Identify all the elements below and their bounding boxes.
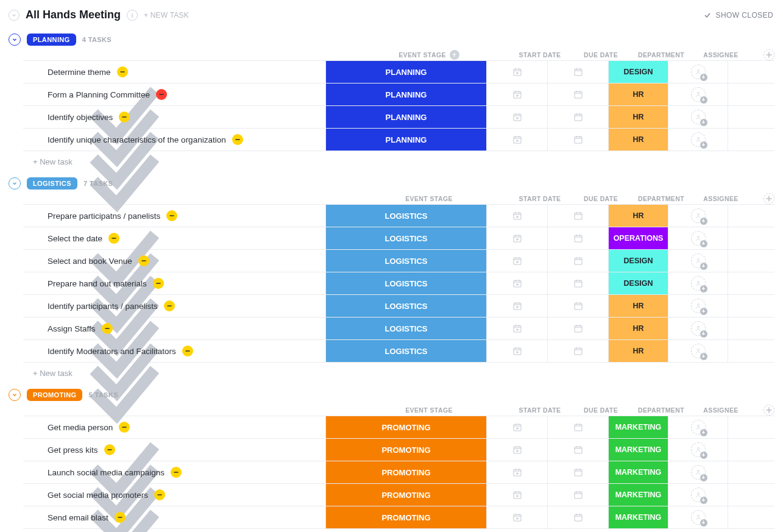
task-row[interactable]: Select and book Venue LOGISTICS DESIGN + bbox=[23, 250, 774, 272]
complete-check-icon[interactable] bbox=[33, 135, 41, 144]
complete-check-icon[interactable] bbox=[33, 347, 41, 355]
task-name-cell[interactable]: Determine theme bbox=[23, 61, 325, 83]
event-stage-cell[interactable]: PLANNING bbox=[325, 106, 486, 128]
due-date-cell[interactable] bbox=[547, 416, 608, 438]
start-date-cell[interactable] bbox=[486, 484, 547, 506]
task-name-cell[interactable]: Prepare participatns / panelists bbox=[23, 205, 325, 227]
assignee-cell[interactable]: + bbox=[668, 227, 728, 249]
group-status-pill[interactable]: PROMOTING bbox=[27, 389, 82, 401]
due-date-cell[interactable] bbox=[547, 272, 608, 294]
task-name-cell[interactable]: Get media person bbox=[23, 416, 325, 438]
new-task-button-top[interactable]: + NEW TASK bbox=[144, 11, 189, 20]
col-head-start[interactable]: START DATE bbox=[509, 406, 570, 414]
due-date-cell[interactable] bbox=[547, 250, 608, 272]
assignee-placeholder-icon[interactable]: + bbox=[691, 65, 706, 79]
task-name-cell[interactable]: Form a Planning Committee bbox=[23, 83, 325, 105]
assignee-placeholder-icon[interactable]: + bbox=[691, 110, 706, 124]
event-stage-cell[interactable]: LOGISTICS bbox=[325, 205, 486, 227]
col-head-dept[interactable]: DEPARTMENT bbox=[631, 406, 691, 414]
priority-badge-yellow[interactable] bbox=[104, 444, 115, 455]
assignee-cell[interactable]: + bbox=[668, 340, 728, 362]
assignee-placeholder-icon[interactable]: + bbox=[691, 510, 706, 525]
department-cell[interactable]: MARKETING bbox=[608, 506, 668, 528]
col-head-due[interactable]: DUE DATE bbox=[570, 195, 631, 202]
complete-check-icon[interactable] bbox=[33, 423, 41, 431]
due-date-cell[interactable] bbox=[547, 129, 608, 151]
due-date-cell[interactable] bbox=[547, 61, 608, 83]
due-date-cell[interactable] bbox=[547, 484, 608, 506]
complete-check-icon[interactable] bbox=[33, 445, 41, 454]
start-date-cell[interactable] bbox=[486, 461, 547, 483]
assignee-placeholder-icon[interactable]: + bbox=[691, 465, 706, 480]
complete-check-icon[interactable] bbox=[33, 113, 41, 121]
task-row[interactable]: Form a Planning Committee PLANNING HR + bbox=[23, 83, 774, 106]
assignee-cell[interactable]: + bbox=[668, 506, 728, 528]
col-head-stage[interactable]: EVENT STAGE bbox=[349, 406, 509, 414]
event-stage-cell[interactable]: LOGISTICS bbox=[325, 272, 486, 294]
start-date-cell[interactable] bbox=[486, 506, 547, 528]
col-head-start[interactable]: START DATE bbox=[509, 195, 570, 202]
due-date-cell[interactable] bbox=[547, 506, 608, 528]
assignee-cell[interactable]: + bbox=[668, 129, 728, 151]
start-date-cell[interactable] bbox=[486, 106, 547, 128]
add-column[interactable] bbox=[751, 405, 783, 416]
assignee-placeholder-icon[interactable]: + bbox=[691, 442, 706, 457]
assignee-placeholder-icon[interactable]: + bbox=[691, 208, 706, 223]
priority-badge-yellow[interactable] bbox=[117, 66, 128, 77]
priority-badge-red[interactable] bbox=[156, 89, 167, 100]
start-date-cell[interactable] bbox=[486, 295, 547, 317]
priority-badge-yellow[interactable] bbox=[102, 323, 113, 334]
task-row[interactable]: Launch social media campaigns PROMOTING … bbox=[23, 461, 774, 484]
col-head-start[interactable]: START DATE bbox=[509, 51, 570, 59]
priority-badge-yellow[interactable] bbox=[232, 134, 243, 145]
event-stage-cell[interactable]: PROMOTING bbox=[325, 506, 486, 528]
start-date-cell[interactable] bbox=[486, 83, 547, 105]
due-date-cell[interactable] bbox=[547, 317, 608, 339]
due-date-cell[interactable] bbox=[547, 205, 608, 227]
group-collapse-toggle[interactable] bbox=[9, 389, 21, 401]
assignee-placeholder-icon[interactable]: + bbox=[691, 488, 706, 502]
col-head-stage[interactable]: EVENT STAGE bbox=[349, 50, 509, 60]
task-name-cell[interactable]: Get social media promoters bbox=[23, 484, 325, 506]
complete-check-icon[interactable] bbox=[33, 279, 41, 288]
event-stage-cell[interactable]: PLANNING bbox=[325, 61, 486, 83]
task-row[interactable]: Prepare hand out materials LOGISTICS DES… bbox=[23, 272, 774, 295]
assignee-placeholder-icon[interactable]: + bbox=[691, 87, 706, 102]
start-date-cell[interactable] bbox=[486, 61, 547, 83]
assignee-placeholder-icon[interactable]: + bbox=[691, 231, 706, 246]
department-cell[interactable]: DESIGN bbox=[608, 272, 668, 294]
event-stage-cell[interactable]: LOGISTICS bbox=[325, 250, 486, 272]
event-stage-cell[interactable]: PROMOTING bbox=[325, 461, 486, 483]
assignee-cell[interactable]: + bbox=[668, 205, 728, 227]
event-stage-cell[interactable]: LOGISTICS bbox=[325, 317, 486, 339]
department-cell[interactable]: HR bbox=[608, 317, 668, 339]
due-date-cell[interactable] bbox=[547, 340, 608, 362]
task-row[interactable]: Select the date LOGISTICS OPERATIONS + bbox=[23, 227, 774, 250]
assignee-placeholder-icon[interactable]: + bbox=[691, 254, 706, 268]
task-name-cell[interactable]: Get press kits bbox=[23, 439, 325, 461]
due-date-cell[interactable] bbox=[547, 83, 608, 105]
event-stage-cell[interactable]: PROMOTING bbox=[325, 484, 486, 506]
col-head-dept[interactable]: DEPARTMENT bbox=[631, 51, 691, 59]
assignee-cell[interactable]: + bbox=[668, 83, 728, 105]
due-date-cell[interactable] bbox=[547, 439, 608, 461]
page-collapse-toggle[interactable] bbox=[9, 10, 19, 21]
complete-check-icon[interactable] bbox=[33, 257, 41, 265]
col-head-due[interactable]: DUE DATE bbox=[570, 51, 631, 59]
priority-badge-yellow[interactable] bbox=[138, 255, 149, 266]
priority-badge-yellow[interactable] bbox=[153, 278, 164, 289]
task-row[interactable]: Get press kits PROMOTING MARKETING + bbox=[23, 439, 774, 461]
task-name-cell[interactable]: Identify Moderators and Facilitators bbox=[23, 340, 325, 362]
event-stage-cell[interactable]: LOGISTICS bbox=[325, 340, 486, 362]
assignee-cell[interactable]: + bbox=[668, 484, 728, 506]
task-row[interactable]: Identify unique characteristics of the o… bbox=[23, 129, 774, 151]
start-date-cell[interactable] bbox=[486, 129, 547, 151]
priority-badge-yellow[interactable] bbox=[115, 512, 126, 523]
department-cell[interactable]: HR bbox=[608, 83, 668, 105]
start-date-cell[interactable] bbox=[486, 227, 547, 249]
assignee-cell[interactable]: + bbox=[668, 317, 728, 339]
start-date-cell[interactable] bbox=[486, 340, 547, 362]
start-date-cell[interactable] bbox=[486, 317, 547, 339]
col-head-assignee[interactable]: ASSIGNEE bbox=[691, 195, 751, 202]
col-head-assignee[interactable]: ASSIGNEE bbox=[691, 406, 751, 414]
